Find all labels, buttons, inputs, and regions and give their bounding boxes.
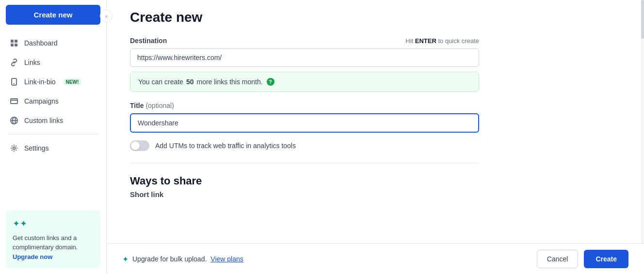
sidebar-item-label: Dashboard [24, 39, 58, 47]
sidebar-item-settings[interactable]: Settings [0, 138, 106, 158]
sparkle-icon: ✦ [122, 255, 129, 264]
dashboard-icon [10, 39, 18, 47]
help-icon[interactable]: ? [267, 78, 274, 86]
sidebar-divider [8, 134, 98, 135]
banner-prefix: You can create [138, 78, 183, 86]
sidebar-item-label: Campaigns [24, 97, 59, 105]
svg-point-10 [13, 147, 16, 150]
utm-toggle-row: Add UTMs to track web traffic in analyti… [130, 140, 479, 151]
sidebar-promo: ✦✦ Get custom links and a complimentary … [6, 211, 100, 269]
toggle-label: Add UTMs to track web traffic in analyti… [155, 142, 296, 150]
sidebar: Create new ‹ Dashboard Links Link-in-bio… [0, 0, 107, 274]
svg-rect-1 [15, 40, 17, 43]
scroll-thumb[interactable] [641, 0, 644, 39]
phone-icon [10, 77, 18, 86]
destination-input[interactable] [130, 48, 479, 67]
hint-prefix: Hit [405, 37, 413, 45]
banner-count: 50 [186, 78, 194, 86]
collapse-sidebar-button[interactable]: ‹ [100, 10, 113, 22]
sidebar-item-dashboard[interactable]: Dashboard [0, 33, 106, 53]
sidebar-item-link-in-bio[interactable]: Link-in-bio NEW! [0, 72, 106, 91]
promo-text: Get custom links and a complimentary dom… [13, 233, 94, 252]
svg-rect-6 [11, 99, 17, 104]
short-link-label: Short link [130, 190, 479, 198]
bottom-actions: Cancel Create [537, 250, 628, 268]
bottom-bar: ✦ Upgrade for bulk upload. View plans Ca… [107, 244, 644, 274]
hint-suffix: to quick create [438, 37, 479, 45]
destination-header: Destination Hit ENTER to quick create [130, 37, 479, 45]
promo-stars-icon: ✦✦ [13, 217, 94, 230]
title-label: Title (optional) [130, 102, 479, 109]
create-new-button[interactable]: Create new [6, 5, 100, 25]
scroll-indicator [641, 0, 644, 274]
sidebar-item-custom-links[interactable]: Custom links [0, 111, 106, 130]
title-group: Title (optional) [130, 102, 479, 133]
info-banner: You can create 50 more links this month.… [130, 72, 479, 92]
upgrade-text: ✦ Upgrade for bulk upload. View plans [122, 255, 243, 264]
svg-rect-0 [11, 40, 14, 43]
sidebar-nav: Dashboard Links Link-in-bio NEW! Campaig… [0, 30, 106, 205]
sidebar-item-label: Settings [24, 144, 49, 152]
sidebar-item-links[interactable]: Links [0, 53, 106, 72]
form-section: Destination Hit ENTER to quick create Yo… [130, 37, 479, 198]
content-area: Create new Destination Hit ENTER to quic… [107, 0, 644, 274]
svg-rect-2 [11, 44, 14, 46]
section-divider [130, 163, 479, 163]
sidebar-item-label: Link-in-bio [24, 78, 56, 86]
ways-title: Ways to share [130, 175, 479, 187]
create-button[interactable]: Create [584, 250, 628, 268]
page-title: Create new [130, 10, 621, 25]
new-badge: NEW! [64, 79, 81, 85]
promo-upgrade-link[interactable]: Upgrade now [13, 253, 52, 260]
main-content: Create new Destination Hit ENTER to quic… [107, 0, 644, 274]
gear-icon [10, 144, 18, 152]
hint-key: ENTER [415, 37, 436, 45]
view-plans-link[interactable]: View plans [210, 255, 243, 263]
upgrade-prefix: Upgrade for bulk upload. [132, 255, 207, 263]
title-optional: (optional) [145, 102, 174, 109]
link-icon [10, 58, 18, 67]
sidebar-item-campaigns[interactable]: Campaigns [0, 91, 106, 111]
ways-to-share: Ways to share Short link [130, 175, 479, 198]
sidebar-item-label: Custom links [24, 117, 63, 124]
title-input[interactable] [130, 113, 479, 133]
globe-icon [10, 116, 18, 125]
banner-suffix: more links this month. [196, 78, 262, 86]
title-label-text: Title [130, 102, 144, 109]
destination-hint: Hit ENTER to quick create [405, 37, 479, 45]
cancel-button[interactable]: Cancel [537, 250, 579, 268]
destination-label: Destination [130, 37, 167, 45]
campaigns-icon [10, 97, 18, 106]
utm-toggle[interactable] [130, 140, 149, 151]
svg-rect-3 [15, 44, 17, 46]
sidebar-item-label: Links [24, 59, 40, 66]
